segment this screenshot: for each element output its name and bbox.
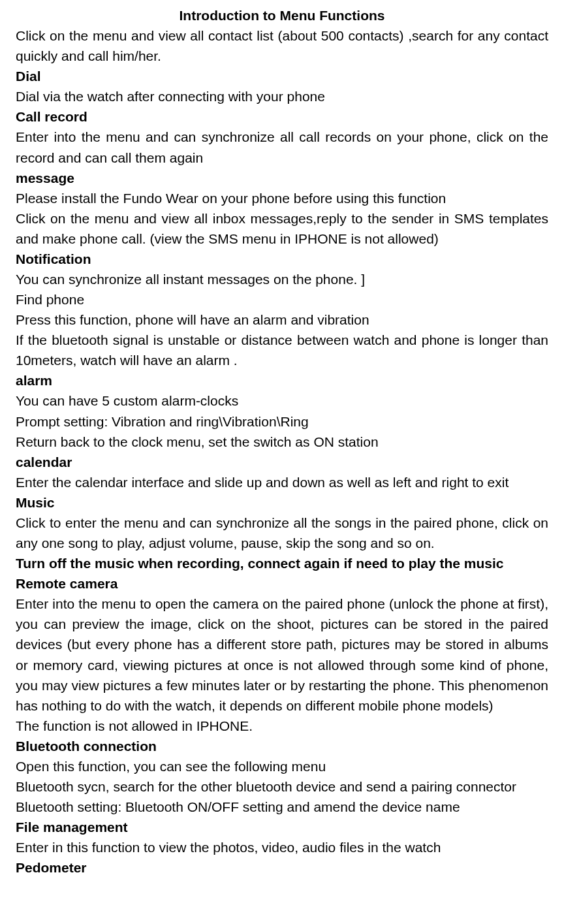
heading-message: message xyxy=(16,168,548,188)
heading-call-record: Call record xyxy=(16,106,548,127)
body-bluetooth-3: Bluetooth setting: Bluetooth ON/OFF sett… xyxy=(16,797,548,817)
body-message-2: Click on the menu and view all inbox mes… xyxy=(16,208,548,249)
body-notification-1: You can synchronize all instant messages… xyxy=(16,269,548,289)
body-call-record: Enter into the menu and can synchronize … xyxy=(16,127,548,167)
body-message-1: Please install the Fundo Wear on your ph… xyxy=(16,188,548,208)
heading-bluetooth: Bluetooth connection xyxy=(16,736,548,756)
body-remote-camera-1: Enter into the menu to open the camera o… xyxy=(16,594,548,715)
heading-music: Music xyxy=(16,492,548,513)
body-alarm-3: Return back to the clock menu, set the s… xyxy=(16,432,548,452)
body-calendar: Enter the calendar interface and slide u… xyxy=(16,472,548,492)
heading-remote-camera: Remote camera xyxy=(16,573,548,594)
body-remote-camera-2: The function is not allowed in IPHONE. xyxy=(16,716,548,736)
intro-paragraph: Click on the menu and view all contact l… xyxy=(16,25,548,66)
heading-file-management: File management xyxy=(16,817,548,837)
heading-dial: Dial xyxy=(16,66,548,86)
heading-calendar: calendar xyxy=(16,452,548,472)
music-warning: Turn off the music when recording, conne… xyxy=(16,553,548,573)
heading-alarm: alarm xyxy=(16,370,548,390)
body-dial: Dial via the watch after connecting with… xyxy=(16,86,548,106)
body-music: Click to enter the menu and can synchron… xyxy=(16,513,548,553)
body-file-management: Enter in this function to view the photo… xyxy=(16,837,548,857)
page-title: Introduction to Menu Functions xyxy=(16,5,548,25)
body-alarm-2: Prompt setting: Vibration and ring\Vibra… xyxy=(16,411,548,432)
body-notification-2: Find phone xyxy=(16,289,548,310)
body-bluetooth-1: Open this function, you can see the foll… xyxy=(16,756,548,776)
body-notification-4: If the bluetooth signal is unstable or d… xyxy=(16,330,548,370)
body-bluetooth-2: Bluetooth sycn, search for the other blu… xyxy=(16,776,548,797)
body-alarm-1: You can have 5 custom alarm-clocks xyxy=(16,390,548,411)
heading-pedometer: Pedometer xyxy=(16,857,548,878)
heading-notification: Notification xyxy=(16,249,548,269)
body-notification-3: Press this function, phone will have an … xyxy=(16,310,548,330)
document-page: Introduction to Menu Functions Click on … xyxy=(0,0,564,924)
